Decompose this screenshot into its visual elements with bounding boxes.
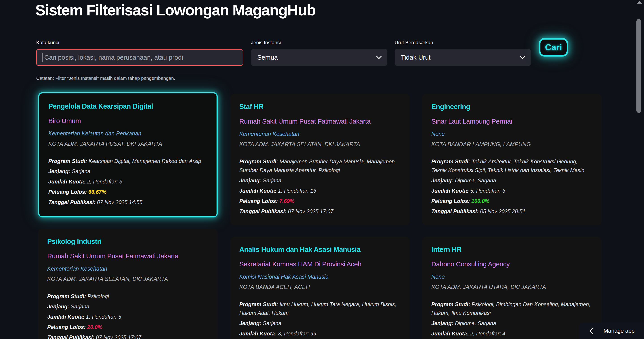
- scrollbar-thumb[interactable]: [636, 19, 641, 113]
- location-text: KOTA BANDA ACEH, ACEH: [239, 284, 401, 290]
- kuota-line: Jumlah Kuota: 3, Pendaftar: 99: [239, 329, 401, 338]
- job-card[interactable]: EngineeringSinar Laut Lampung PermaiNone…: [422, 94, 602, 226]
- urut-berdasarkan-label: Urut Berdasarkan: [394, 40, 531, 45]
- jenjang-line-label: Jenjang:: [239, 177, 262, 183]
- scroll-up-arrow-icon[interactable]: [637, 1, 642, 3]
- kuota-line: Jumlah Kuota: 2, Pendaftar: 4: [431, 329, 593, 338]
- jenis-instansi-select[interactable]: Semua: [251, 49, 388, 66]
- manage-app-label: Manage app: [604, 328, 634, 334]
- kuota-line-label: Jumlah Kuota:: [431, 331, 469, 337]
- kuota-line-value: 1, Pendaftar: 5: [86, 314, 121, 320]
- urut-berdasarkan-select[interactable]: Tidak Urut: [394, 49, 531, 66]
- jenjang-line-label: Jenjang:: [47, 304, 69, 310]
- cards-column-1: Pengelola Data Kearsipan DigitalBiro Umu…: [38, 94, 218, 339]
- job-card[interactable]: Intern HRDahono Consulting AgencyNoneKOT…: [422, 237, 602, 339]
- tanggal-line-label: Tanggal Publikasi:: [47, 334, 94, 339]
- program-studi-line-label: Program Studi:: [48, 158, 87, 164]
- jenjang-line-label: Jenjang:: [431, 177, 454, 183]
- peluang-line: Peluang Lolos: 7.69%: [239, 197, 401, 205]
- chevron-left-icon: [590, 328, 593, 334]
- location-text: KOTA BANDAR LAMPUNG, LAMPUNG: [431, 141, 593, 147]
- tanggal-line: Tanggal Publikasi: 05 Nov 2025 20:51: [431, 207, 593, 216]
- kuota-line-label: Jumlah Kuota:: [47, 314, 84, 320]
- job-title: Intern HR: [431, 246, 593, 254]
- peluang-line-value: 20.0%: [87, 324, 102, 330]
- company-name: Sekretariat Komnas HAM Di Provinsi Aceh: [239, 260, 401, 268]
- keyword-filter-group: Kata kunci: [36, 40, 243, 66]
- kuota-line-label: Jumlah Kuota:: [239, 331, 277, 337]
- tanggal-line-label: Tanggal Publikasi:: [239, 208, 286, 214]
- tanggal-line-value: 07 Nov 2025 17:07: [288, 208, 334, 214]
- jenjang-line-label: Jenjang:: [239, 320, 262, 326]
- kuota-line-value: 2, Pendaftar: 3: [87, 179, 122, 185]
- kuota-line: Jumlah Kuota: 1, Pendaftar: 5: [47, 313, 209, 321]
- kuota-line-value: 3, Pendaftar: 99: [278, 331, 316, 337]
- job-title: Engineering: [431, 103, 593, 111]
- tanggal-line: Tanggal Publikasi: 07 Nov 2025 17:07: [239, 207, 401, 216]
- job-cards-grid: Pengelola Data Kearsipan DigitalBiro Umu…: [38, 94, 602, 339]
- peluang-line-value: 66.67%: [88, 189, 106, 195]
- company-name: Dahono Consulting Agency: [431, 260, 593, 268]
- program-studi-line-label: Program Studi:: [239, 158, 278, 164]
- company-name: Sinar Laut Lampung Permai: [431, 118, 593, 125]
- program-studi-line-value: Psikologi: [88, 293, 109, 299]
- tanggal-line-label: Tanggal Publikasi:: [48, 199, 96, 205]
- urut-berdasarkan-value: Tidak Urut: [401, 54, 430, 61]
- program-studi-line: Program Studi: Kearsipan Digital, Manaje…: [48, 157, 208, 165]
- location-text: KOTA ADM. JAKARTA UTARA, DKI JAKARTA: [431, 284, 593, 290]
- ministry-name: Kementerian Kesehatan: [239, 131, 401, 137]
- jenis-instansi-label: Jenis Instansi: [251, 40, 388, 45]
- jenjang-line-value: Sarjana: [71, 304, 89, 310]
- program-studi-line-label: Program Studi:: [239, 301, 278, 307]
- ministry-name: None: [431, 131, 593, 137]
- job-card[interactable]: Psikolog IndustriRumah Sakit Umum Pusat …: [38, 229, 218, 339]
- job-title: Pengelola Data Kearsipan Digital: [48, 102, 208, 110]
- peluang-line-label: Peluang Lolos:: [431, 198, 470, 204]
- jenjang-line-value: Diploma, Sarjana: [455, 320, 496, 326]
- jenjang-line: Jenjang: Sarjana: [48, 167, 208, 176]
- jenjang-line-label: Jenjang:: [48, 168, 70, 174]
- jenjang-line: Jenjang: Sarjana: [47, 302, 209, 311]
- jenjang-line-value: Diploma, Sarjana: [455, 177, 496, 183]
- ministry-name: Kementerian Kelautan dan Perikanan: [48, 130, 208, 137]
- program-studi-line: Program Studi: Psikologi, Bimbingan Dan …: [431, 300, 593, 317]
- jenis-instansi-filter-group: Jenis Instansi Semua: [251, 40, 388, 66]
- page-title: Sistem Filterisasi Lowongan MagangHub: [35, 1, 316, 19]
- peluang-line-value: 100.0%: [471, 198, 490, 204]
- search-button[interactable]: Cari: [539, 38, 568, 56]
- kuota-line: Jumlah Kuota: 5, Pendaftar: 3: [431, 186, 593, 195]
- jenjang-line: Jenjang: Sarjana: [239, 319, 401, 328]
- urut-berdasarkan-filter-group: Urut Berdasarkan Tidak Urut: [394, 40, 531, 66]
- chevron-down-icon: [376, 56, 382, 59]
- kuota-line: Jumlah Kuota: 2, Pendaftar: 3: [48, 177, 208, 186]
- company-name: Rumah Sakit Umum Pusat Fatmawati Jakarta: [239, 118, 401, 125]
- job-card[interactable]: Pengelola Data Kearsipan DigitalBiro Umu…: [38, 92, 218, 217]
- kuota-line-value: 1, Pendaftar: 13: [278, 188, 316, 194]
- location-text: KOTA ADM. JAKARTA SELATAN, DKI JAKARTA: [239, 141, 401, 147]
- manage-app-bar[interactable]: Manage app: [579, 323, 644, 339]
- kuota-line-label: Jumlah Kuota:: [431, 188, 469, 194]
- program-studi-line: Program Studi: Ilmu Hukum, Hukum Tata Ne…: [239, 300, 401, 317]
- jenjang-line-value: Sarjana: [263, 177, 282, 183]
- kuota-line-value: 2, Pendaftar: 4: [470, 331, 505, 337]
- tanggal-line: Tanggal Publikasi: 07 Nov 2025 14:55: [48, 198, 208, 207]
- peluang-line-label: Peluang Lolos:: [47, 324, 86, 330]
- company-name: Biro Umum: [48, 117, 208, 125]
- jenjang-line: Jenjang: Diploma, Sarjana: [431, 176, 593, 185]
- tanggal-line-label: Tanggal Publikasi:: [431, 208, 478, 214]
- ministry-name: Kementerian Kesehatan: [47, 266, 209, 272]
- job-card[interactable]: Staf HRRumah Sakit Umum Pusat Fatmawati …: [230, 94, 410, 226]
- cards-column-3: EngineeringSinar Laut Lampung PermaiNone…: [422, 94, 602, 339]
- job-title: Psikolog Industri: [47, 238, 209, 246]
- job-title: Analis Hukum dan Hak Asasi Manusia: [239, 246, 401, 254]
- program-studi-line: Program Studi: Manajemen Sumber Daya Man…: [239, 157, 401, 175]
- chevron-down-icon: [520, 56, 525, 59]
- program-studi-line-label: Program Studi:: [47, 293, 86, 299]
- filter-note: Catatan: Filter "Jenis Instansi" masih d…: [36, 75, 175, 81]
- program-studi-line-label: Program Studi:: [431, 301, 470, 307]
- kuota-line-label: Jumlah Kuota:: [239, 188, 277, 194]
- search-input[interactable]: [36, 49, 243, 66]
- job-card[interactable]: Analis Hukum dan Hak Asasi ManusiaSekret…: [230, 237, 410, 339]
- program-studi-line-label: Program Studi:: [431, 158, 470, 164]
- peluang-line-label: Peluang Lolos:: [239, 198, 278, 204]
